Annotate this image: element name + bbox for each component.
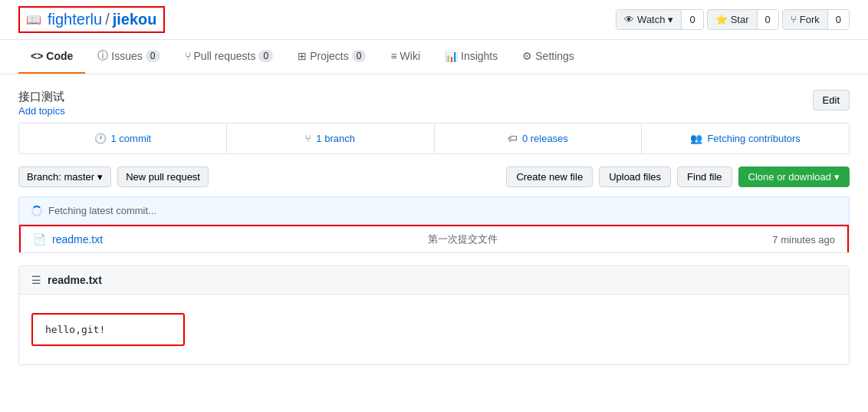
- file-commit-message: 第一次提交文件: [205, 232, 720, 246]
- edit-button[interactable]: Edit: [813, 90, 850, 110]
- readme-title: readme.txt: [48, 274, 102, 286]
- tab-wiki[interactable]: ≡ Wiki: [378, 40, 432, 74]
- projects-icon: ⊞: [298, 50, 307, 62]
- pr-badge: 0: [258, 50, 273, 62]
- fork-icon: ⑂: [791, 14, 797, 25]
- clone-chevron-icon: ▾: [834, 171, 840, 183]
- star-count: 0: [757, 10, 778, 29]
- settings-icon: ⚙: [522, 50, 532, 62]
- star-group: ⭐ Star 0: [707, 9, 779, 30]
- tab-insights-label: Insights: [461, 50, 498, 62]
- contributors-stat[interactable]: 👥 Fetching contributors: [642, 124, 849, 153]
- branch-chevron-icon: ▾: [97, 171, 103, 183]
- commits-label[interactable]: 1 commit: [111, 133, 152, 144]
- file-name-link[interactable]: readme.txt: [52, 233, 205, 246]
- stats-bar: 🕐 1 commit ⑂ 1 branch 🏷 0 releases 👥 Fet…: [18, 123, 850, 154]
- readme-content: hello,git!: [19, 295, 849, 364]
- branch-label: Branch: master: [27, 171, 94, 183]
- watch-chevron-icon: ▾: [668, 14, 673, 25]
- repo-name[interactable]: jiekou: [113, 11, 157, 28]
- find-file-button[interactable]: Find file: [677, 166, 732, 187]
- clone-button[interactable]: Clone or download ▾: [738, 166, 850, 187]
- book-icon: 📖: [26, 12, 41, 27]
- branch-selector[interactable]: Branch: master ▾: [18, 166, 111, 187]
- table-row: 📄 readme.txt 第一次提交文件 7 minutes ago: [19, 225, 849, 252]
- releases-label[interactable]: 0 releases: [522, 133, 568, 144]
- file-actions: Branch: master ▾ New pull request Create…: [18, 166, 850, 187]
- tab-projects[interactable]: ⊞ Projects 0: [285, 40, 378, 74]
- nav-tabs: <> Code ⓘ Issues 0 ⑂ Pull requests 0 ⊞ P…: [0, 40, 868, 74]
- repo-description-text: 接口测试: [18, 90, 65, 104]
- fork-label: Fork: [800, 14, 820, 25]
- commit-bar-text: Fetching latest commit...: [48, 205, 156, 216]
- tab-issues-label: Issues: [111, 50, 142, 62]
- branches-icon: ⑂: [305, 133, 311, 144]
- insights-icon: 📊: [445, 50, 458, 62]
- contributors-icon: 👥: [690, 133, 702, 144]
- issues-icon: ⓘ: [97, 49, 108, 63]
- eye-icon: 👁: [624, 14, 634, 25]
- watch-button[interactable]: 👁 Watch ▾: [616, 10, 681, 29]
- readme-code-box: hello,git!: [31, 313, 185, 346]
- clone-label: Clone or download: [748, 171, 831, 183]
- tab-insights[interactable]: 📊 Insights: [432, 40, 510, 74]
- branches-label[interactable]: 1 branch: [316, 133, 355, 144]
- upload-files-button[interactable]: Upload files: [599, 166, 671, 187]
- fork-button[interactable]: ⑂ Fork: [783, 10, 827, 29]
- new-pr-button[interactable]: New pull request: [117, 166, 209, 187]
- projects-badge: 0: [352, 50, 367, 62]
- repo-owner[interactable]: fighterlu: [48, 11, 102, 28]
- file-actions-right: Create new file Upload files Find file C…: [506, 166, 850, 187]
- readme-section: ☰ readme.txt hello,git!: [18, 265, 850, 365]
- repo-separator: /: [105, 11, 110, 28]
- repo-description-row: 接口测试 Add topics Edit: [18, 90, 850, 117]
- star-button[interactable]: ⭐ Star: [708, 10, 757, 29]
- pr-icon: ⑂: [185, 50, 191, 62]
- readme-icon: ☰: [31, 274, 41, 286]
- star-label: Star: [731, 14, 749, 25]
- wiki-icon: ≡: [390, 50, 396, 62]
- tab-code-label: Code: [46, 50, 73, 62]
- tab-pr-label: Pull requests: [194, 50, 256, 62]
- repo-description-left: 接口测试 Add topics: [18, 90, 65, 117]
- file-time: 7 minutes ago: [720, 234, 835, 246]
- star-icon: ⭐: [715, 14, 728, 25]
- issues-badge: 0: [146, 50, 160, 62]
- tab-projects-label: Projects: [310, 50, 349, 62]
- commits-icon: 🕐: [94, 133, 107, 144]
- code-icon: <>: [31, 50, 43, 62]
- tab-settings-label: Settings: [535, 50, 574, 62]
- watch-label: Watch: [637, 14, 665, 25]
- fork-count: 0: [827, 10, 849, 29]
- add-topics-link[interactable]: Add topics: [18, 105, 65, 117]
- tab-settings[interactable]: ⚙ Settings: [510, 40, 587, 74]
- loading-spinner: [31, 206, 42, 216]
- commit-bar: Fetching latest commit...: [18, 196, 850, 225]
- contributors-label[interactable]: Fetching contributors: [707, 133, 800, 144]
- header-actions: 👁 Watch ▾ 0 ⭐ Star 0 ⑂ Fork 0: [616, 9, 850, 30]
- watch-count: 0: [681, 10, 702, 29]
- watch-group: 👁 Watch ▾ 0: [616, 9, 704, 30]
- repo-title: 📖 fighterlu / jiekou: [18, 6, 165, 33]
- branches-stat[interactable]: ⑂ 1 branch: [227, 124, 435, 153]
- commits-stat[interactable]: 🕐 1 commit: [19, 124, 227, 153]
- releases-icon: 🏷: [508, 133, 518, 144]
- file-icon: 📄: [33, 233, 46, 246]
- releases-stat[interactable]: 🏷 0 releases: [435, 124, 643, 153]
- readme-header: ☰ readme.txt: [19, 266, 849, 295]
- file-table: 📄 readme.txt 第一次提交文件 7 minutes ago: [18, 225, 850, 253]
- tab-wiki-label: Wiki: [400, 50, 420, 62]
- header: 📖 fighterlu / jiekou 👁 Watch ▾ 0 ⭐ Star …: [0, 0, 868, 40]
- create-file-button[interactable]: Create new file: [506, 166, 593, 187]
- tab-pull-requests[interactable]: ⑂ Pull requests 0: [173, 40, 286, 74]
- main-content: 接口测试 Add topics Edit 🕐 1 commit ⑂ 1 bran…: [0, 74, 868, 381]
- file-actions-left: Branch: master ▾ New pull request: [18, 166, 209, 187]
- fork-group: ⑂ Fork 0: [782, 9, 850, 30]
- tab-issues[interactable]: ⓘ Issues 0: [85, 40, 172, 74]
- tab-code[interactable]: <> Code: [18, 40, 85, 74]
